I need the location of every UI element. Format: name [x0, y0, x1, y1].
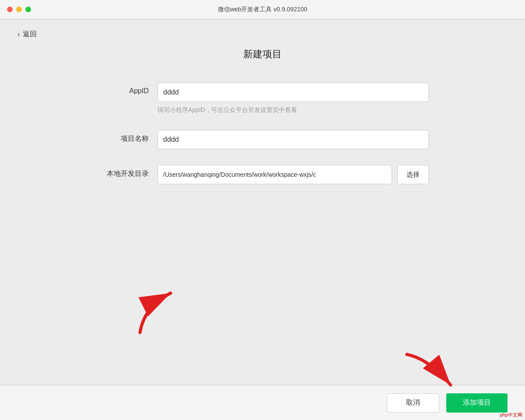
- appid-label: AppID: [96, 83, 149, 95]
- appid-hint: 填写小程序AppID，可在公众平台开发设置页中查看: [158, 106, 429, 114]
- back-label: 返回: [23, 30, 37, 39]
- traffic-lights: [7, 7, 31, 12]
- appid-input[interactable]: [158, 83, 429, 102]
- main-content: ‹ 返回 新建项目 AppID 填写小程序AppID，可在公众平台开发设置页中查…: [0, 19, 525, 210]
- window-title: 微信web开发者工具 v0.9.092100: [218, 6, 308, 14]
- dir-label: 本地开发目录: [96, 165, 149, 178]
- close-button[interactable]: [7, 7, 13, 12]
- page-title: 新建项目: [18, 48, 508, 61]
- dir-input[interactable]: [158, 165, 392, 184]
- arrow-1-icon: [136, 280, 192, 337]
- maximize-button[interactable]: [25, 7, 31, 12]
- arrow-2-icon: [402, 346, 459, 402]
- chevron-left-icon: ‹: [18, 30, 20, 39]
- project-name-input[interactable]: [158, 130, 429, 149]
- dir-input-row: 选择: [158, 165, 429, 184]
- minimize-button[interactable]: [16, 7, 22, 12]
- dir-field-group: 选择: [158, 165, 429, 184]
- select-dir-button[interactable]: 选择: [397, 165, 429, 184]
- project-name-row: 项目名称: [96, 130, 429, 149]
- new-project-form: AppID 填写小程序AppID，可在公众平台开发设置页中查看 项目名称 本地开…: [96, 83, 429, 184]
- back-button[interactable]: ‹ 返回: [18, 30, 37, 39]
- watermark: php中文网: [500, 412, 522, 418]
- title-bar: 微信web开发者工具 v0.9.092100: [0, 0, 525, 19]
- project-name-field-group: [158, 130, 429, 149]
- dir-row: 本地开发目录 选择: [96, 165, 429, 184]
- appid-field-group: 填写小程序AppID，可在公众平台开发设置页中查看: [158, 83, 429, 114]
- project-name-label: 项目名称: [96, 130, 149, 144]
- appid-row: AppID 填写小程序AppID，可在公众平台开发设置页中查看: [96, 83, 429, 114]
